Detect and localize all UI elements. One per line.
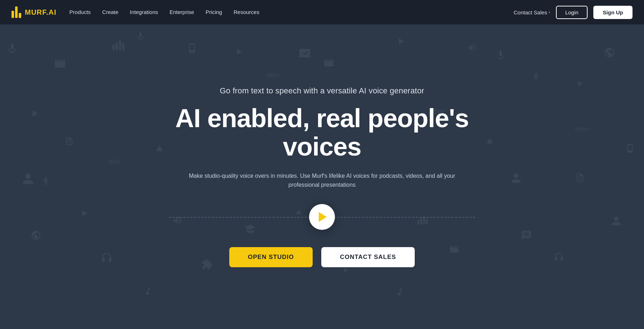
nav-link-resources[interactable]: Resources (234, 9, 259, 15)
nav-link-pricing[interactable]: Pricing (206, 9, 222, 15)
svg-rect-32 (115, 159, 116, 164)
logo-icon (12, 6, 21, 18)
logo-text: MURF.AI (25, 8, 56, 17)
svg-rect-15 (271, 74, 272, 77)
svg-rect-40 (582, 127, 583, 132)
svg-rect-35 (120, 161, 121, 162)
svg-rect-29 (110, 160, 110, 163)
nav-item-resources[interactable]: Resources (234, 9, 259, 15)
logo-bar-2 (15, 6, 18, 18)
play-section (169, 204, 475, 230)
svg-rect-28 (108, 161, 109, 162)
hero-title: AI enabled, real people's voices (169, 104, 475, 161)
nav-link-integrations[interactable]: Integrations (130, 9, 158, 15)
svg-rect-37 (577, 128, 578, 131)
svg-rect-17 (275, 74, 276, 77)
open-studio-button[interactable]: OPEN STUDIO (229, 247, 313, 267)
nav-item-enterprise[interactable]: Enterprise (170, 9, 194, 15)
logo[interactable]: MURF.AI (12, 6, 56, 18)
svg-rect-34 (119, 159, 119, 164)
svg-rect-38 (579, 126, 579, 132)
brand-name: MURF (25, 8, 46, 16)
svg-rect-16 (273, 73, 274, 78)
nav-links: Products Create Integrations Enterprise … (69, 9, 259, 15)
svg-rect-1 (116, 43, 118, 50)
signup-button[interactable]: Sign Up (593, 6, 632, 19)
nav-link-create[interactable]: Create (102, 9, 118, 15)
play-icon (319, 212, 327, 222)
cta-buttons: OPEN STUDIO CONTACT SALES (169, 247, 475, 267)
nav-left: MURF.AI Products Create Integrations Ent… (12, 6, 259, 18)
svg-rect-42 (586, 127, 586, 131)
play-button[interactable] (309, 204, 335, 230)
logo-bar-3 (19, 13, 21, 18)
contact-sales-button[interactable]: CONTACT SALES (321, 247, 415, 267)
svg-rect-3 (122, 43, 124, 51)
brand-suffix: .AI (46, 8, 57, 16)
svg-rect-14 (270, 73, 270, 78)
nav-contact-sales-link[interactable]: Contact Sales › (514, 9, 550, 15)
login-button[interactable]: Login (556, 6, 588, 19)
hero-description: Make studio-quality voice overs in minut… (185, 171, 459, 190)
nav-item-pricing[interactable]: Pricing (206, 9, 222, 15)
svg-rect-0 (112, 45, 115, 50)
nav-link-products[interactable]: Products (69, 9, 91, 15)
svg-rect-33 (117, 161, 118, 163)
navbar: MURF.AI Products Create Integrations Ent… (0, 0, 644, 24)
svg-rect-43 (588, 129, 588, 130)
svg-rect-36 (575, 129, 576, 130)
hero-subtitle: Go from text to speech with a versatile … (169, 86, 475, 96)
svg-rect-39 (580, 128, 581, 131)
nav-item-integrations[interactable]: Integrations (130, 9, 158, 15)
nav-contact-sales-text: Contact Sales (514, 9, 547, 15)
svg-rect-31 (113, 160, 114, 163)
svg-rect-18 (277, 73, 277, 78)
nav-right: Contact Sales › Login Sign Up (514, 6, 632, 19)
hero-section: Go from text to speech with a versatile … (0, 0, 644, 329)
svg-rect-19 (279, 75, 279, 76)
hero-content: Go from text to speech with a versatile … (160, 86, 484, 267)
svg-rect-41 (584, 128, 585, 130)
svg-rect-2 (119, 41, 121, 50)
nav-item-products[interactable]: Products (69, 9, 91, 15)
nav-item-create[interactable]: Create (102, 9, 118, 15)
svg-rect-12 (266, 75, 267, 76)
logo-bar-1 (12, 11, 14, 18)
nav-link-enterprise[interactable]: Enterprise (170, 9, 194, 15)
svg-rect-30 (111, 159, 112, 164)
svg-rect-13 (268, 74, 268, 77)
chevron-right-icon: › (549, 10, 550, 15)
